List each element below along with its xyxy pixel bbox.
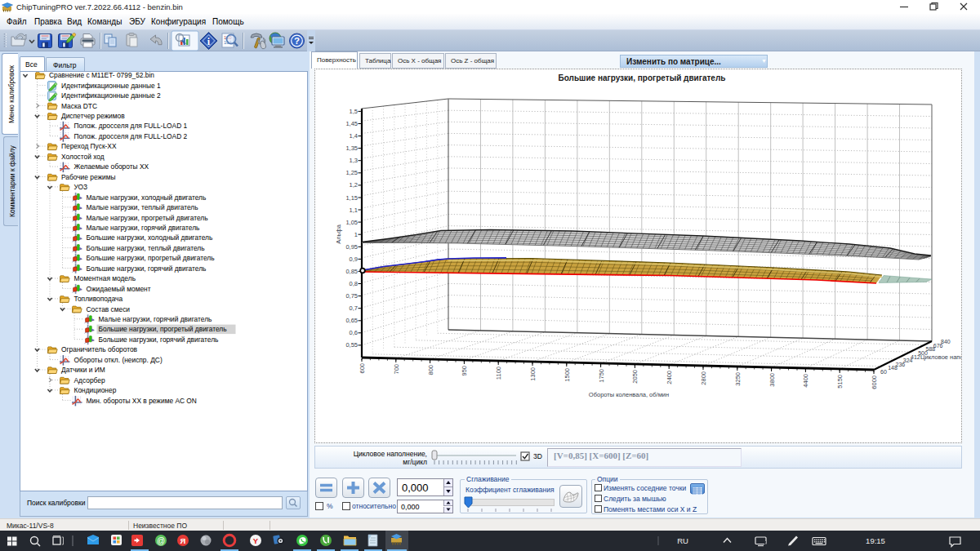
svg-text:0,75: 0,75 [345,292,358,300]
svg-text:Альфа: Альфа [335,224,342,243]
svg-text:1100: 1100 [495,367,502,380]
svg-text:2800: 2800 [700,371,707,385]
svg-text:Цикловое наполнение: Цикловое наполнение [920,353,980,361]
svg-text:600: 600 [359,363,366,374]
svg-text:1,35: 1,35 [345,144,358,152]
svg-text:1,15: 1,15 [345,194,358,202]
svg-text:RU: RU [677,536,688,545]
svg-text:2050: 2050 [631,370,639,384]
svg-text:Обороты коленвала, об/мин: Обороты коленвала, об/мин [589,391,669,398]
svg-text:1,45: 1,45 [345,120,358,127]
svg-text:5150: 5150 [836,375,844,389]
svg-text:0,7: 0,7 [350,304,358,312]
svg-text:0,65: 0,65 [345,317,358,324]
svg-text:1750: 1750 [598,369,605,383]
svg-text:1,05: 1,05 [345,219,358,226]
svg-text:950: 950 [461,366,468,376]
svg-text:1500: 1500 [564,368,571,382]
svg-text:@: @ [157,536,165,545]
svg-text:800: 800 [427,365,434,375]
svg-text:60: 60 [880,369,887,375]
svg-text:0,85: 0,85 [345,268,358,275]
svg-text:Я: Я [180,536,186,545]
svg-text:1,4: 1,4 [350,132,358,140]
svg-text:3800: 3800 [768,373,776,387]
svg-text:4400: 4400 [802,374,809,388]
svg-text:1300: 1300 [529,367,537,381]
svg-text:2400: 2400 [666,371,673,384]
svg-text:700: 700 [393,364,400,375]
svg-text:0,6: 0,6 [350,329,358,336]
svg-text:1,25: 1,25 [345,169,358,176]
svg-text:Большие нагрузки, прогретый дв: Большие нагрузки, прогретый двигатель [559,73,726,82]
svg-text:0,55: 0,55 [345,341,358,349]
svg-text:1: 1 [354,231,358,238]
svg-text:0,95: 0,95 [345,243,358,251]
svg-text:1,2: 1,2 [350,181,358,189]
svg-text:19:15: 19:15 [866,536,885,545]
svg-text:3250: 3250 [734,372,742,386]
svg-text:0,8: 0,8 [350,280,358,287]
svg-text:Y: Y [253,536,259,545]
svg-text:840: 840 [941,339,951,344]
svg-text:1,5: 1,5 [350,108,358,115]
svg-text:1,3: 1,3 [350,157,358,164]
svg-text:0,9: 0,9 [350,256,358,263]
svg-text:1,1: 1,1 [350,207,358,214]
svg-text:6000: 6000 [871,375,878,389]
